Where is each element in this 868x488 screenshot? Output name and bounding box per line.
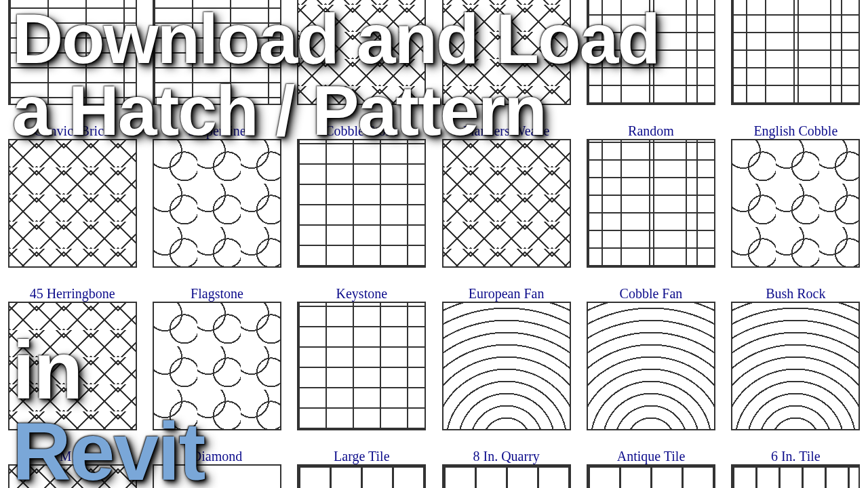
pattern-swatch bbox=[731, 139, 860, 268]
pattern-swatch bbox=[297, 139, 426, 268]
pattern-cell: Antique Tile bbox=[578, 447, 723, 488]
pattern-cell: Cobble Fan bbox=[578, 285, 723, 447]
pattern-label: Keystone bbox=[336, 286, 388, 302]
pattern-swatch bbox=[8, 139, 137, 268]
pattern-label: 6 In. Tile bbox=[771, 449, 821, 464]
pattern-label: Flagstone bbox=[191, 286, 243, 302]
pattern-swatch bbox=[442, 464, 571, 488]
footer-appname: Revit bbox=[12, 411, 204, 488]
pattern-cell: Bush Rock bbox=[724, 285, 868, 447]
pattern-label: 8 In. Quarry bbox=[473, 449, 540, 464]
headline-line1: Download and Load bbox=[12, 3, 856, 75]
pattern-swatch bbox=[587, 302, 715, 430]
pattern-swatch bbox=[731, 302, 860, 430]
pattern-swatch bbox=[297, 464, 426, 488]
pattern-label: Cobble Fan bbox=[620, 286, 683, 302]
pattern-swatch bbox=[731, 464, 860, 488]
pattern-swatch bbox=[442, 302, 571, 430]
pattern-label: European Fan bbox=[469, 286, 545, 302]
pattern-cell: European Fan bbox=[434, 285, 578, 447]
pattern-swatch bbox=[297, 302, 426, 430]
pattern-label: 45 Herringbone bbox=[30, 286, 115, 302]
pattern-cell: 6 In. Tile bbox=[724, 447, 868, 488]
pattern-cell: 8 In. Quarry bbox=[434, 447, 578, 488]
pattern-label: Bush Rock bbox=[766, 286, 825, 302]
headline-line2: a Hatch / Pattern bbox=[12, 75, 856, 146]
pattern-swatch bbox=[587, 464, 715, 488]
pattern-label: Large Tile bbox=[334, 449, 389, 464]
footer-in: in bbox=[12, 329, 204, 411]
pattern-swatch bbox=[153, 139, 281, 268]
pattern-swatch bbox=[442, 139, 571, 268]
pattern-cell: Large Tile bbox=[290, 447, 434, 488]
pattern-label: Antique Tile bbox=[617, 449, 686, 464]
pattern-swatch bbox=[587, 139, 715, 268]
headline: Download and Load a Hatch / Pattern bbox=[12, 3, 856, 146]
pattern-cell: Keystone bbox=[290, 285, 434, 447]
footer-caption: in Revit bbox=[12, 329, 204, 488]
